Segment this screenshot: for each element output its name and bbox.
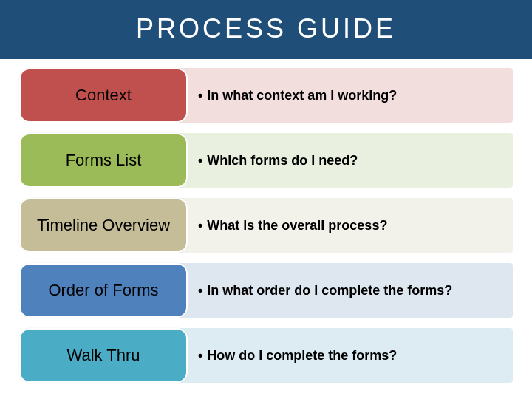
bullet-icon: • bbox=[198, 218, 202, 233]
page-title: PROCESS GUIDE bbox=[0, 13, 532, 44]
row-description: • In what order do I complete the forms? bbox=[177, 263, 513, 318]
row-label: Walk Thru bbox=[66, 347, 140, 364]
bullet-icon: • bbox=[198, 153, 202, 168]
process-row: Forms List • Which forms do I need? bbox=[19, 133, 513, 188]
process-rows: Context • In what context am I working? … bbox=[0, 59, 532, 392]
process-row: Walk Thru • How do I complete the forms? bbox=[19, 328, 513, 383]
row-label-pill: Context bbox=[19, 68, 188, 123]
row-label: Order of Forms bbox=[48, 282, 158, 299]
row-question: In what context am I working? bbox=[207, 88, 397, 103]
process-row: Timeline Overview • What is the overall … bbox=[19, 198, 513, 253]
row-question: Which forms do I need? bbox=[207, 153, 358, 168]
header-banner: PROCESS GUIDE bbox=[0, 0, 532, 59]
row-question: What is the overall process? bbox=[207, 218, 387, 233]
row-label-pill: Forms List bbox=[19, 133, 188, 188]
process-row: Context • In what context am I working? bbox=[19, 68, 513, 123]
row-label-pill: Timeline Overview bbox=[19, 198, 188, 253]
row-label-pill: Order of Forms bbox=[19, 263, 188, 318]
row-label-pill: Walk Thru bbox=[19, 328, 188, 383]
row-question: In what order do I complete the forms? bbox=[207, 283, 452, 299]
bullet-icon: • bbox=[198, 348, 202, 364]
row-description: • Which forms do I need? bbox=[177, 133, 513, 188]
row-label: Context bbox=[75, 86, 132, 104]
row-label: Forms List bbox=[66, 151, 142, 169]
row-description: • What is the overall process? bbox=[177, 198, 513, 253]
row-description: • How do I complete the forms? bbox=[177, 328, 513, 383]
bullet-icon: • bbox=[198, 88, 202, 103]
row-question: How do I complete the forms? bbox=[207, 348, 397, 364]
bullet-icon: • bbox=[198, 283, 202, 299]
process-row: Order of Forms • In what order do I comp… bbox=[19, 263, 513, 318]
row-label: Timeline Overview bbox=[37, 216, 170, 234]
row-description: • In what context am I working? bbox=[177, 68, 513, 123]
